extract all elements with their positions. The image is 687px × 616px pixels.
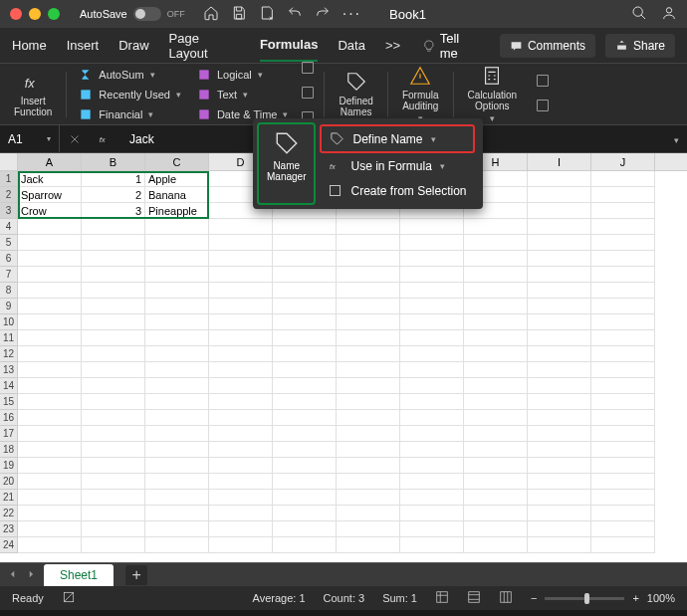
cell[interactable]: [273, 490, 337, 506]
cell[interactable]: [82, 267, 145, 283]
cell[interactable]: [145, 506, 209, 521]
cell[interactable]: [464, 426, 528, 442]
column-header[interactable]: A: [18, 153, 82, 170]
cell[interactable]: [337, 235, 400, 251]
cell[interactable]: [145, 537, 209, 553]
cell[interactable]: [464, 458, 528, 474]
maximize-window-icon[interactable]: [48, 8, 60, 20]
cell[interactable]: [145, 442, 209, 458]
cell[interactable]: [528, 346, 591, 362]
insert-function-icon[interactable]: fx: [90, 132, 119, 146]
cell[interactable]: [464, 299, 528, 314]
cell[interactable]: [209, 537, 273, 553]
row-header[interactable]: 22: [0, 506, 18, 521]
add-sheet-button[interactable]: +: [125, 565, 147, 585]
cell[interactable]: [464, 537, 528, 553]
cell[interactable]: [18, 394, 82, 410]
cell[interactable]: [273, 267, 337, 283]
column-header[interactable]: J: [591, 153, 655, 170]
cell[interactable]: [337, 442, 400, 458]
cell[interactable]: [273, 442, 337, 458]
cell[interactable]: Banana: [145, 187, 209, 203]
cell[interactable]: [273, 410, 337, 426]
cell[interactable]: [591, 283, 655, 299]
cell[interactable]: [18, 235, 82, 251]
cell[interactable]: [528, 362, 591, 378]
tab-draw[interactable]: Draw: [118, 30, 148, 61]
use-in-formula-item[interactable]: fx Use in Formula ▾: [320, 153, 474, 178]
cell[interactable]: [337, 537, 400, 553]
cell[interactable]: [528, 537, 591, 553]
cell[interactable]: [400, 299, 464, 314]
cell[interactable]: [591, 378, 655, 394]
cell[interactable]: [18, 506, 82, 521]
cell[interactable]: Apple: [145, 171, 209, 187]
cell[interactable]: [209, 490, 273, 506]
cell[interactable]: [528, 203, 591, 219]
cell[interactable]: 3: [82, 203, 145, 219]
cell[interactable]: [82, 458, 145, 474]
cell[interactable]: [82, 299, 145, 314]
search-icon[interactable]: [631, 5, 647, 24]
cell[interactable]: [82, 346, 145, 362]
cell[interactable]: [209, 521, 273, 537]
cell[interactable]: Pineapple: [145, 203, 209, 219]
cell[interactable]: [464, 378, 528, 394]
account-icon[interactable]: [661, 5, 677, 24]
tab-home[interactable]: Home: [12, 30, 47, 61]
cell[interactable]: [18, 426, 82, 442]
autosum-button[interactable]: AutoSum▾: [75, 67, 185, 83]
row-header[interactable]: 2: [0, 187, 18, 203]
cell[interactable]: [209, 442, 273, 458]
cell[interactable]: [82, 378, 145, 394]
cell[interactable]: [528, 219, 591, 235]
column-header[interactable]: B: [82, 153, 145, 170]
row-header[interactable]: 21: [0, 490, 18, 506]
cell[interactable]: [209, 235, 273, 251]
cell[interactable]: [400, 394, 464, 410]
cell[interactable]: [591, 299, 655, 314]
cell[interactable]: [400, 219, 464, 235]
tab-page-layout[interactable]: Page Layout: [169, 23, 240, 69]
save-as-icon[interactable]: [259, 5, 275, 24]
row-header[interactable]: 9: [0, 299, 18, 314]
cell[interactable]: [337, 426, 400, 442]
sheet-tab[interactable]: Sheet1: [44, 564, 114, 586]
page-break-view-icon[interactable]: [499, 590, 513, 606]
cell[interactable]: [82, 251, 145, 267]
row-header[interactable]: 11: [0, 330, 18, 346]
cell[interactable]: [337, 314, 400, 330]
cell[interactable]: [145, 346, 209, 362]
cell[interactable]: [209, 314, 273, 330]
cell[interactable]: [464, 235, 528, 251]
zoom-slider[interactable]: [545, 597, 624, 600]
cell[interactable]: [528, 410, 591, 426]
lookup-icon[interactable]: [300, 60, 316, 79]
cell[interactable]: [82, 219, 145, 235]
cell[interactable]: [209, 362, 273, 378]
cell[interactable]: [400, 426, 464, 442]
cell[interactable]: [337, 458, 400, 474]
cell[interactable]: [400, 251, 464, 267]
cell[interactable]: [82, 235, 145, 251]
logical-button[interactable]: Logical▾: [193, 67, 293, 83]
cell[interactable]: [464, 521, 528, 537]
cell[interactable]: [400, 474, 464, 490]
cell[interactable]: [528, 171, 591, 187]
cell[interactable]: [82, 394, 145, 410]
calc-now-icon[interactable]: [535, 73, 551, 92]
normal-view-icon[interactable]: [435, 590, 449, 606]
row-header[interactable]: 12: [0, 346, 18, 362]
zoom-control[interactable]: − + 100%: [531, 592, 675, 604]
row-header[interactable]: 18: [0, 442, 18, 458]
define-name-item[interactable]: Define Name ▾: [320, 124, 474, 153]
cell[interactable]: [464, 330, 528, 346]
row-header[interactable]: 14: [0, 378, 18, 394]
row-header[interactable]: 23: [0, 521, 18, 537]
cell[interactable]: [82, 314, 145, 330]
cell[interactable]: Crow: [18, 203, 82, 219]
cell[interactable]: [528, 235, 591, 251]
cell[interactable]: [591, 346, 655, 362]
cell[interactable]: [209, 506, 273, 521]
zoom-out-icon[interactable]: −: [531, 592, 537, 604]
